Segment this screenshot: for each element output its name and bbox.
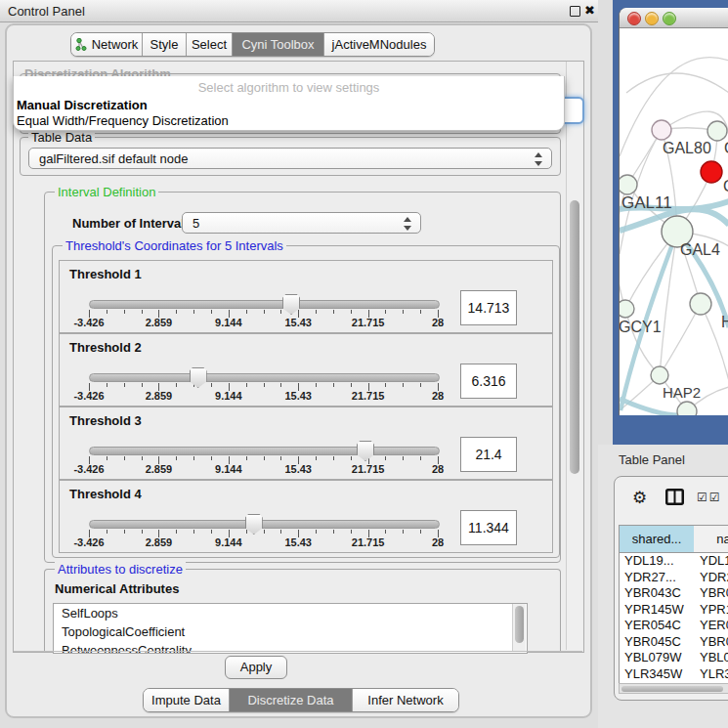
table-row[interactable]: YDL19...YDL1 [620,553,728,570]
table-row[interactable]: YER054CYER0 [620,618,728,634]
network-node[interactable] [677,402,697,415]
network-icon [75,38,87,51]
network-node[interactable] [701,161,722,183]
gear-icon[interactable]: ⚙ [632,488,647,507]
checkboxes-icon[interactable]: ☑☑ [697,491,722,504]
network-node[interactable] [620,175,637,194]
tab-cyni-toolbox[interactable]: Cyni Toolbox [233,33,324,56]
column-header-name[interactable]: na [694,525,728,553]
table-data-label: Table Data [28,130,95,145]
name-cell[interactable]: YPR1 [700,602,728,619]
content-scrollbar[interactable] [566,62,582,650]
table-row[interactable]: YBR045CYBR0 [620,634,728,651]
tick-label: 21.715 [337,536,400,548]
name-cell[interactable]: YBR0 [700,585,728,602]
close-traffic-light-icon[interactable] [627,12,641,25]
tab-infer-network[interactable]: Infer Network [353,689,458,711]
shared-name-cell[interactable]: YBL079W [624,650,682,666]
tab-label: Network [92,37,139,52]
threshold-label: Threshold 1 [69,267,142,281]
threshold-slider-track[interactable] [89,447,440,455]
tick-label: 21.715 [337,317,400,328]
name-cell[interactable]: YDR2 [700,570,728,586]
name-cell[interactable]: YLR3 [700,666,728,683]
attribute-list-item[interactable]: SelfLoops [54,604,527,622]
attributes-list-scrollbar[interactable] [512,604,526,651]
close-icon[interactable]: ✖ [584,3,595,18]
table-row[interactable]: YBL079WYBL0 [620,650,728,666]
name-cell[interactable]: YDL1 [700,553,728,570]
shared-name-cell[interactable]: YPR145W [624,602,684,619]
float-icon[interactable] [570,6,580,17]
network-node[interactable] [707,121,727,141]
network-canvas[interactable]: GAL80GACGAL11GAL4GCY1HHAP2 [620,28,728,415]
table-hscrollbar[interactable] [619,683,728,694]
network-node-label: GAL4 [680,241,720,258]
tick-label: 2.859 [127,390,190,402]
threshold-panel-3: Threshold 3-3.4262.8599.14415.4321.71528… [59,407,553,480]
tab-select[interactable]: Select [187,33,233,56]
number-of-intervals-label: Number of Intervals [72,216,192,231]
attributes-group: Attributes to discretize Numerical Attri… [44,569,561,651]
tick-label: -3.426 [58,390,120,402]
threshold-slider-track[interactable] [89,373,440,382]
shared-name-cell[interactable]: YDR27... [624,570,676,586]
tick-label: 21.715 [337,463,400,475]
column-header-shared[interactable]: shared... [619,525,695,553]
name-cell[interactable]: YER0 [700,618,728,634]
table-row[interactable]: YPR145WYPR1 [620,602,728,619]
node-table[interactable]: YDL19...YDL1YDR27...YDR2YBR043CYBR0YPR14… [619,553,728,683]
table-panel-body: ⚙ ☑☑ shared... na YDL19...YDL1YDR27...YD… [614,476,728,701]
threshold-slider-track[interactable] [89,300,440,309]
tab-label: Select [192,37,227,52]
number-of-intervals-combobox[interactable]: 5 [182,212,421,234]
tab-network[interactable]: Network [71,33,143,56]
shared-name-cell[interactable]: YLR345W [624,666,682,683]
table-row[interactable]: YDR27...YDR2 [620,570,728,586]
threshold-slider-track[interactable] [89,520,440,529]
tab-label: Discretize Data [247,693,333,707]
tab-style[interactable]: Style [143,33,187,56]
numerical-attributes-list[interactable]: SelfLoopsTopologicalCoefficientBetweenne… [53,603,528,654]
zoom-traffic-light-icon[interactable] [663,12,676,25]
interval-definition-label: Interval Definition [55,185,158,199]
tick-label: -3.426 [58,463,120,475]
network-node[interactable] [620,300,634,318]
minimize-traffic-light-icon[interactable] [645,12,659,25]
threshold-slider-thumb[interactable] [190,367,207,388]
network-nodes: GAL80GACGAL11GAL4GCY1HHAP2 [620,120,728,415]
attribute-list-item[interactable]: BetweennessCentrality [54,641,527,654]
attribute-list-item[interactable]: TopologicalCoefficient [54,622,527,641]
table-row[interactable]: YLR345WYLR3 [620,666,728,683]
network-node[interactable] [651,366,668,384]
threshold-value-field[interactable]: 11.344 [460,510,517,545]
shared-name-cell[interactable]: YDL19... [624,553,674,570]
tab-discretize-data[interactable]: Discretize Data [230,689,353,711]
shared-name-cell[interactable]: YBR043C [624,585,681,602]
threshold-value-field[interactable]: 6.316 [460,364,517,399]
threshold-value-field[interactable]: 14.713 [460,290,517,325]
threshold-slider-thumb[interactable] [245,514,263,535]
algorithm-option-equal-width[interactable]: Equal Width/Frequency Discretization [17,113,229,128]
tick-label: 2.859 [127,317,190,328]
tab-label: Impute Data [151,693,221,707]
name-cell[interactable]: YBL0 [700,650,728,666]
apply-button[interactable]: Apply [225,656,287,679]
table-row[interactable]: YBR043CYBR0 [620,585,728,602]
split-columns-icon[interactable] [665,489,684,505]
name-cell[interactable]: YBR0 [700,634,728,651]
table-data-group: Table Data galFiltered.sif default node [20,137,561,176]
shared-name-cell[interactable]: YER054C [624,618,681,634]
network-node[interactable] [652,120,671,140]
algorithm-option-manual[interactable]: Manual Discretization [17,98,148,112]
tab-impute-data[interactable]: Impute Data [144,689,230,711]
tab-label: jActiveMNodules [332,37,427,52]
tick-label: 21.715 [337,390,400,402]
threshold-value-field[interactable]: 21.4 [460,437,517,472]
tick-label: 15.43 [267,390,329,402]
tab-jactivemnodules[interactable]: jActiveMNodules [324,33,434,56]
table-data-combobox[interactable]: galFiltered.sif default node [28,148,552,169]
shared-name-cell[interactable]: YBR045C [624,634,681,651]
network-node[interactable] [690,293,711,315]
threshold-slider-thumb[interactable] [357,441,374,461]
